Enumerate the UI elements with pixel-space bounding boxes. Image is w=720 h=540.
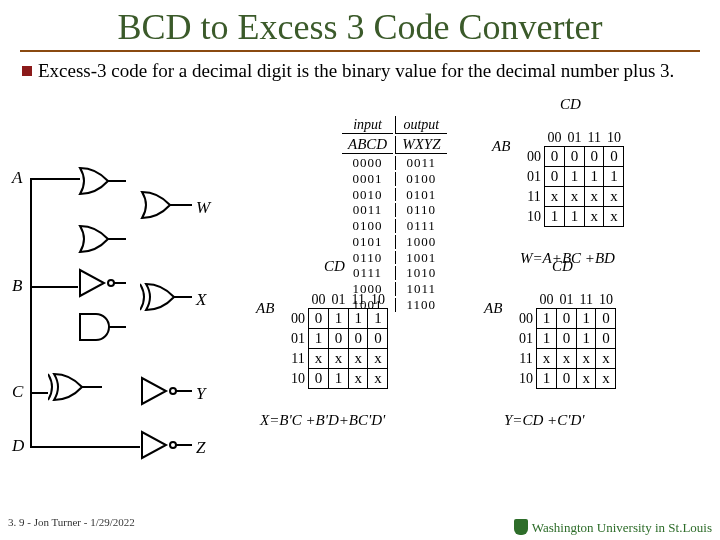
kmap-cell: 0: [585, 147, 604, 167]
kmap-cell: 0: [604, 147, 624, 167]
xor-gate-icon: [140, 282, 194, 312]
kmap-row: 00: [524, 147, 545, 167]
kmap-cell: 0: [368, 329, 388, 349]
kmap-cell: x: [545, 187, 565, 207]
label-z: Z: [196, 438, 205, 458]
truth-table: input output ABCD WXYZ 00000011000101000…: [340, 114, 449, 314]
circuit-diagram: A B C D W X Y Z: [18, 160, 218, 480]
truth-cell: 1000: [395, 235, 446, 249]
truth-cell: 0010: [342, 188, 393, 202]
kmap-cell: 0: [545, 167, 565, 187]
bullet-content: Excess-3 code for a decimal digit is the…: [38, 60, 674, 81]
truth-cell: 1100: [395, 298, 446, 312]
page-number: 3. 9 - Jon Turner - 1/29/2022: [8, 516, 135, 528]
kmap-row: 01: [516, 329, 537, 349]
footer: 3. 9 - Jon Turner - 1/29/2022 Washington…: [8, 512, 712, 536]
kmap-col: 01: [557, 292, 577, 309]
kmap-cell: x: [604, 207, 624, 227]
kmap-ab-label: AB: [256, 300, 274, 317]
kmap-row: 10: [288, 369, 309, 389]
and-gate-icon: [78, 312, 128, 342]
truth-cell: 0011: [395, 156, 446, 170]
kmap-row: 01: [524, 167, 545, 187]
kmap-cd-label: CD: [324, 258, 345, 275]
kmap-cd-label: CD: [552, 258, 573, 275]
kmap-cell: 1: [368, 309, 388, 329]
kmap-cell: x: [604, 187, 624, 207]
or-gate-icon: [78, 166, 128, 196]
truth-head-in: ABCD: [342, 136, 393, 154]
truth-caption-out: output: [403, 117, 439, 132]
kmap-row: 10: [524, 207, 545, 227]
kmap-cell: 0: [557, 309, 577, 329]
kmap-cell: x: [329, 349, 349, 369]
truth-cell: 0101: [342, 235, 393, 249]
or-gate-icon: [78, 224, 128, 254]
title-rule: [20, 50, 700, 52]
kmap-cell: 0: [557, 369, 577, 389]
kmap-cell: 0: [309, 369, 329, 389]
kmap-cell: 0: [349, 329, 368, 349]
bullet-icon: [22, 66, 32, 76]
kmap-cell: 1: [545, 207, 565, 227]
truth-cell: 0001: [342, 172, 393, 186]
kmap-cell: 1: [349, 309, 368, 329]
not-gate-icon: [140, 430, 194, 460]
kmap-col: 11: [585, 130, 604, 147]
kmap-cell: 1: [309, 329, 329, 349]
shield-icon: [514, 519, 528, 535]
kmap-col: 00: [309, 292, 329, 309]
kmap-cell: x: [368, 349, 388, 369]
kmap-cell: 0: [596, 309, 616, 329]
label-x: X: [196, 290, 206, 310]
truth-cell: 1011: [395, 282, 446, 296]
kmap-cell: 1: [585, 167, 604, 187]
kmap-cell: x: [596, 369, 616, 389]
kmap-cell: x: [349, 369, 368, 389]
kmap-cd-label: CD: [560, 96, 581, 113]
kmap-ab-label: AB: [484, 300, 502, 317]
truth-cell: 0111: [342, 266, 393, 280]
label-b: B: [12, 276, 22, 296]
kmap-col: 10: [368, 292, 388, 309]
kmap-cell: 1: [329, 309, 349, 329]
xor-gate-icon: [48, 372, 104, 402]
truth-cell: 0100: [342, 219, 393, 233]
kmap-row: 11: [524, 187, 545, 207]
kmap-cell: 1: [565, 167, 585, 187]
kmap-cell: 0: [545, 147, 565, 167]
truth-cell: 1001: [395, 251, 446, 265]
kmap-cell: 1: [577, 329, 596, 349]
slide-title: BCD to Excess 3 Code Converter: [0, 0, 720, 50]
kmap-cell: x: [349, 349, 368, 369]
kmap-cell: x: [309, 349, 329, 369]
label-c: C: [12, 382, 23, 402]
kmap-col: 00: [537, 292, 557, 309]
kmap-cell: 0: [565, 147, 585, 167]
kmap-row: 01: [288, 329, 309, 349]
kmap-col: 11: [577, 292, 596, 309]
kmap-cell: x: [557, 349, 577, 369]
truth-cell: 0100: [395, 172, 446, 186]
kmap-row: 11: [516, 349, 537, 369]
kmap-cell: 0: [557, 329, 577, 349]
truth-head-out: WXYZ: [395, 136, 446, 154]
kmap-cell: 0: [329, 329, 349, 349]
kmap-row: 00: [288, 309, 309, 329]
kmap-cell: 1: [565, 207, 585, 227]
kmap-cell: x: [577, 369, 596, 389]
content-area: A B C D W X Y Z input output ABCD: [0, 120, 720, 500]
truth-cell: 0110: [342, 251, 393, 265]
kmap-cell: x: [596, 349, 616, 369]
kmap-cell: x: [368, 369, 388, 389]
kmap-row: 00: [516, 309, 537, 329]
truth-cell: 0110: [395, 203, 446, 217]
truth-cell: 0111: [395, 219, 446, 233]
kmap-y-eq: Y=CD +C'D': [504, 412, 584, 429]
kmap-cell: x: [585, 187, 604, 207]
kmap-row: 11: [288, 349, 309, 369]
kmap-col: 01: [565, 130, 585, 147]
kmap-col: 10: [596, 292, 616, 309]
truth-caption-in: input: [353, 117, 382, 132]
label-y: Y: [196, 384, 205, 404]
